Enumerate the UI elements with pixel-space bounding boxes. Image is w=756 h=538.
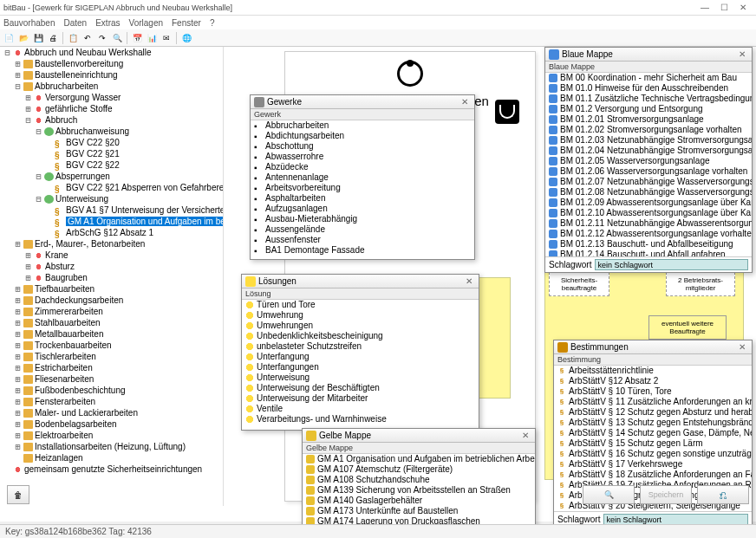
tree-label[interactable]: GM A1 Organisation und Aufgaben im betri… xyxy=(66,217,224,226)
panel-blaue-close-icon[interactable]: ✕ xyxy=(736,49,748,59)
tree-label[interactable]: Trockenbauarbeiten xyxy=(35,340,112,350)
list-item[interactable]: §ArbStättV § 12 Schutz gegen Absturz und… xyxy=(554,407,752,418)
list-item[interactable]: §ArbStättV § 18 Zusätzliche Anforderunge… xyxy=(554,470,752,480)
list-item[interactable]: Unterweisung der Mitarbeiter xyxy=(242,393,479,404)
toolbar-print-icon[interactable]: 🖨 xyxy=(46,31,60,45)
tree-node[interactable]: §GM A1 Organisation und Aufgaben im betr… xyxy=(0,216,223,227)
tree-expander-icon[interactable]: ⊟ xyxy=(14,81,22,92)
list-item[interactable]: ▪Abschottung xyxy=(251,141,474,152)
toolbar-globe-icon[interactable]: 🌐 xyxy=(179,31,193,45)
list-item[interactable]: ▪Abzüdecke xyxy=(251,162,474,172)
tree-label[interactable]: gemeinsam genutzte Sicherheitseinrichtun… xyxy=(24,464,202,474)
save-button[interactable]: Speichern xyxy=(640,485,692,504)
list-item[interactable]: BM 01.2.04 Netzunabhängige Stromversorgu… xyxy=(545,146,752,156)
menu-fenster[interactable]: Fenster xyxy=(172,18,201,28)
tree-label[interactable]: Fußbodenbeschichtung xyxy=(35,386,126,395)
tree-expander-icon[interactable]: ⊟ xyxy=(35,193,42,204)
tree-label[interactable]: Versorgung Wasser xyxy=(45,93,121,102)
list-item[interactable]: §ArbStättV §12 Absatz 2 xyxy=(554,376,752,386)
list-item[interactable]: ▪Abwasserrohre xyxy=(251,152,474,162)
list-item[interactable]: ▪BA1 Demontage Fassade xyxy=(251,245,474,256)
tree-node[interactable]: ⊟Abbruch und Neubau Werkshalle xyxy=(0,47,223,58)
tree-node[interactable]: ⊟Absperrungen xyxy=(0,171,223,182)
list-item[interactable]: BM 00 Koordination - mehr Sicherheit am … xyxy=(545,73,752,83)
trash-button[interactable]: 🗑 xyxy=(7,485,29,504)
list-item[interactable]: ▪Aussenfenster xyxy=(251,235,474,245)
panel-gewerke-close-icon[interactable]: ✕ xyxy=(459,97,471,107)
tree-expander-icon[interactable]: ⊞ xyxy=(14,418,22,430)
toolbar-clipboard-icon[interactable]: 📋 xyxy=(66,31,80,45)
list-item[interactable]: BM 01.2.13 Bauschutt- und Abfallbeseitig… xyxy=(545,239,752,250)
tree-node[interactable]: §BGV C22 §21 xyxy=(0,148,223,159)
menu-help[interactable]: ? xyxy=(210,18,215,28)
tree-label[interactable]: Absperrungen xyxy=(55,172,110,181)
list-item[interactable]: BM 01.2.08 Netzunabhängige Wasserversorg… xyxy=(545,187,752,198)
list-item[interactable]: BM 01.2.06 Wasserversorgungsanlage vorha… xyxy=(545,166,752,177)
tree-label[interactable]: Abbruch xyxy=(45,115,77,125)
tree-label[interactable]: gefährliche Stoffe xyxy=(45,104,113,113)
tree-node[interactable]: ⊞Baustelleneinrichtung xyxy=(0,69,223,81)
tree-expander-icon[interactable]: ⊞ xyxy=(24,103,32,114)
tree-expander-icon[interactable]: ⊞ xyxy=(14,317,22,328)
tree-panel[interactable]: ⊟Abbruch und Neubau Werkshalle⊞Baustelle… xyxy=(0,47,224,506)
tree-node[interactable]: §BGV C22 §20 xyxy=(0,137,223,148)
list-item[interactable]: Umwehrung xyxy=(242,310,479,321)
search-button[interactable]: 🔍 xyxy=(583,485,635,504)
tree-node[interactable]: ⊟Abbruch xyxy=(0,114,223,126)
tree-label[interactable]: Baugruben xyxy=(45,273,88,282)
toolbar-save-icon[interactable]: 💾 xyxy=(31,31,45,45)
tree-expander-icon[interactable]: ⊞ xyxy=(14,373,22,385)
tree-expander-icon[interactable]: ⊞ xyxy=(14,295,22,306)
tree-node[interactable]: ⊞Tiefbauarbeiten xyxy=(0,283,223,295)
panel-loesungen[interactable]: Lösungen✕ Lösung Türen und ToreUmwehrung… xyxy=(241,274,479,431)
tree-expander-icon[interactable]: ⊞ xyxy=(14,430,22,441)
tree-label[interactable]: Abbruch und Neubau Werkshalle xyxy=(24,48,152,57)
tree-node[interactable]: ⊞Installationsarbeiten (Heizung, Lüftung… xyxy=(0,441,223,452)
tree-label[interactable]: Installationsarbeiten (Heizung, Lüftung) xyxy=(35,442,186,451)
toolbar-calendar-icon[interactable]: 📅 xyxy=(130,31,144,45)
tree-expander-icon[interactable]: ⊞ xyxy=(14,362,22,373)
tree-label[interactable]: BGV A1 §7 Unterweisung der Versicherten xyxy=(66,205,224,215)
list-item[interactable]: GM A140 Gaslagerbehälter xyxy=(303,496,535,506)
tree-node[interactable]: §BGV C22 §21 Absperren von Gefahrbereich… xyxy=(0,182,223,193)
toolbar-open-icon[interactable]: 📂 xyxy=(16,31,30,45)
list-item[interactable]: GM A1 Organisation und Aufgaben im betri… xyxy=(303,454,535,464)
list-item[interactable]: ▪Abbrucharbeiten xyxy=(251,120,474,131)
list-item[interactable]: §ArbStättV § 11 Zusätzliche Anforderunge… xyxy=(554,397,752,407)
list-item[interactable]: BM 01.2.03 Netzunabhängige Stromversorgu… xyxy=(545,135,752,146)
window-maximize-button[interactable]: ☐ xyxy=(714,2,733,14)
list-item[interactable]: Ventile xyxy=(242,404,479,414)
tree-expander-icon[interactable]: ⊟ xyxy=(3,47,11,58)
tree-label[interactable]: Baustelleneinrichtung xyxy=(35,70,118,80)
tree-expander-icon[interactable]: ⊟ xyxy=(35,126,42,137)
list-item[interactable]: BM 01.2.12 Abwasserentsorgungsanlage vor… xyxy=(545,229,752,239)
window-minimize-button[interactable]: — xyxy=(695,2,714,14)
tree-expander-icon[interactable]: ⊞ xyxy=(14,441,22,452)
tree-expander-icon[interactable]: ⊞ xyxy=(14,306,22,317)
tree-node[interactable]: ⊞Baugruben xyxy=(0,272,223,283)
tree-label[interactable]: BGV C22 §21 Absperren von Gefahrbereiche… xyxy=(66,183,224,192)
toolbar-search-icon[interactable]: 🔍 xyxy=(110,31,124,45)
menu-bauvorhaben[interactable]: Bauvorhaben xyxy=(3,18,55,28)
tree-node[interactable]: ⊞Tischlerarbeiten xyxy=(0,351,223,362)
tree-node[interactable]: ⊞Versorgung Wasser xyxy=(0,92,223,103)
list-item[interactable]: ▪Aussengelände xyxy=(251,224,474,235)
tree-node[interactable]: ⊞Elektroarbeiten xyxy=(0,430,223,441)
list-item[interactable]: BM 01.2.14 Bauschutt- und Abfall anfahre… xyxy=(545,250,752,256)
tree-label[interactable]: Absturz xyxy=(45,262,75,271)
tree-label[interactable]: Fensterarbeiten xyxy=(35,397,95,406)
list-item[interactable]: ▪Ausbau-Mieterabhängig xyxy=(251,214,474,224)
menu-daten[interactable]: Daten xyxy=(64,18,88,28)
panel-blaue-mappe[interactable]: Blaue Mappe✕ Blaue Mappe BM 00 Koordinat… xyxy=(544,47,753,273)
tree-node[interactable]: ⊞Maler- und Lackierarbeiten xyxy=(0,407,223,418)
tree-label[interactable]: Estricharbeiten xyxy=(35,363,93,373)
list-item[interactable]: ▪Arbeitsvorbereitung xyxy=(251,183,474,193)
tree-node[interactable]: ⊟Abbrucharbeiten xyxy=(0,81,223,92)
list-item[interactable]: GM A108 Schutzhandschuhe xyxy=(303,475,535,485)
tree-expander-icon[interactable]: ⊞ xyxy=(24,272,32,283)
toolbar-new-icon[interactable]: 📄 xyxy=(2,31,16,45)
panel-gewerke[interactable]: Gewerke✕ Gewerk ▪Abbrucharbeiten▪Abdicht… xyxy=(250,94,475,260)
tree-label[interactable]: BGV C22 §22 xyxy=(66,160,120,170)
list-item[interactable]: Unterfangungen xyxy=(242,362,479,373)
panel-bestimmungen-close-icon[interactable]: ✕ xyxy=(736,342,748,352)
